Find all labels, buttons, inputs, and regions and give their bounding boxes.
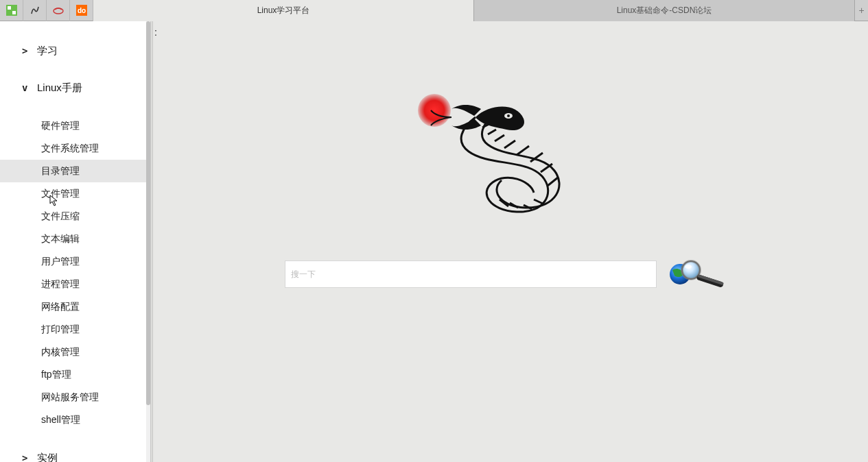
chevron-right-icon: >	[22, 452, 37, 462]
favicon-2[interactable]	[23, 0, 47, 21]
logo-image	[414, 90, 620, 227]
svg-rect-2	[12, 11, 16, 14]
sidebar-item-directory[interactable]: 目录管理	[0, 160, 148, 182]
sidebar-item-file[interactable]: 文件管理	[0, 182, 148, 205]
chevron-down-icon: v	[22, 82, 37, 93]
sidebar-section-manual-label: Linux手册	[37, 82, 82, 95]
leading-colon: :	[154, 27, 157, 38]
sidebar-item-hardware[interactable]: 硬件管理	[0, 114, 148, 137]
svg-point-8	[507, 114, 510, 117]
tab-active[interactable]: Linux学习平台	[93, 0, 474, 21]
main-content: :	[153, 21, 868, 462]
tab-active-label: Linux学习平台	[257, 5, 310, 16]
sidebar-section-example-label: 实例	[37, 452, 58, 463]
sidebar: > 学习 v Linux手册 硬件管理 文件系统管理 目录管理 文件管理 文件压…	[0, 21, 150, 462]
search-input[interactable]	[285, 260, 657, 288]
sidebar-scrollbar-thumb[interactable]	[146, 21, 150, 405]
plus-icon: +	[858, 5, 864, 16]
sidebar-section-learn-label: 学习	[37, 45, 58, 58]
favicon-3[interactable]	[47, 0, 70, 21]
sidebar-item-process[interactable]: 进程管理	[0, 273, 148, 295]
search-button[interactable]	[668, 258, 727, 291]
sidebar-item-kernel[interactable]: 内核管理	[0, 341, 148, 363]
sidebar-item-network[interactable]: 网络配置	[0, 295, 148, 318]
tab-inactive[interactable]: Linux基础命令-CSDN论坛	[474, 0, 855, 21]
sidebar-section-learn[interactable]: > 学习	[0, 40, 148, 61]
tab-favicon-row: do	[0, 0, 93, 21]
sidebar-item-compress[interactable]: 文件压缩	[0, 205, 148, 228]
browser-tabbar: do Linux学习平台 Linux基础命令-CSDN论坛 +	[0, 0, 868, 21]
favicon-4[interactable]: do	[70, 0, 93, 21]
sidebar-item-text-edit[interactable]: 文本编辑	[0, 228, 148, 250]
sidebar-item-ftp[interactable]: ftp管理	[0, 363, 148, 386]
svg-point-12	[685, 265, 692, 269]
sidebar-item-website[interactable]: 网站服务管理	[0, 386, 148, 409]
svg-text:do: do	[78, 7, 86, 14]
new-tab-button[interactable]: +	[855, 0, 868, 21]
svg-rect-1	[8, 6, 11, 10]
sidebar-section-manual[interactable]: v Linux手册	[0, 77, 148, 98]
sidebar-item-filesystem[interactable]: 文件系统管理	[0, 137, 148, 160]
sidebar-scrollbar[interactable]	[146, 21, 150, 462]
sidebar-item-shell[interactable]: shell管理	[0, 409, 148, 431]
favicon-1[interactable]	[0, 0, 23, 21]
sidebar-item-user[interactable]: 用户管理	[0, 250, 148, 273]
chevron-right-icon: >	[22, 45, 37, 56]
tab-inactive-label: Linux基础命令-CSDN论坛	[617, 5, 712, 16]
workspace: > 学习 v Linux手册 硬件管理 文件系统管理 目录管理 文件管理 文件压…	[0, 21, 868, 462]
search-row	[285, 258, 731, 291]
sidebar-item-print[interactable]: 打印管理	[0, 318, 148, 341]
sidebar-section-example[interactable]: > 实例	[0, 448, 148, 462]
search-globe-icon	[668, 258, 727, 288]
